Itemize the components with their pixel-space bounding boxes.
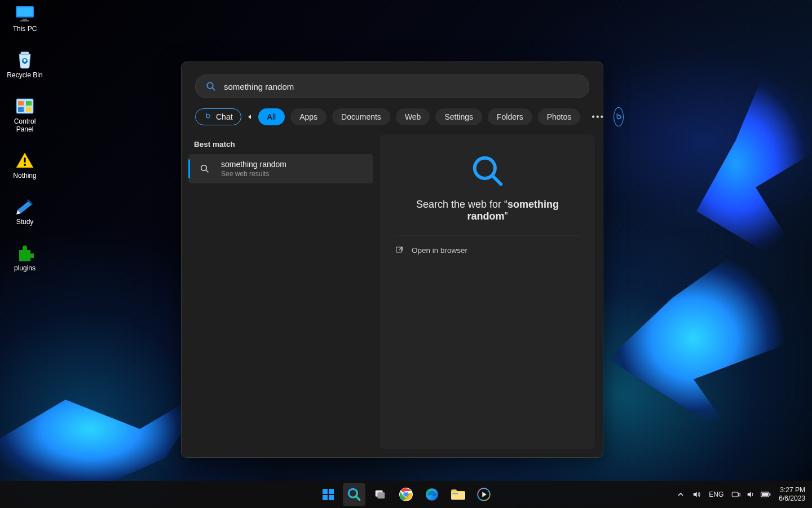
filter-settings[interactable]: Settings [435,108,482,125]
control-panel-icon [14,97,36,115]
svg-point-31 [404,493,408,497]
svg-rect-3 [20,20,29,21]
svg-line-18 [492,176,501,184]
svg-rect-23 [329,495,334,500]
desktop-icon-label: Recycle Bin [7,71,42,79]
svg-line-14 [212,87,215,90]
filter-label: Documents [341,112,381,121]
svg-rect-33 [451,492,465,500]
wallpaper-flame-decor [637,45,812,282]
wallpaper-flame-decor [586,237,801,440]
desktop-icon-label: This PC [13,25,37,33]
search-icon [196,160,213,177]
filter-web[interactable]: Web [396,108,430,125]
start-search-panel: Chat All Apps Documents Web Settings Fol… [181,62,603,458]
svg-rect-9 [18,107,24,112]
search-icon [470,154,505,189]
svg-line-16 [206,170,208,172]
desktop-icon-label: plugins [14,264,36,272]
svg-rect-22 [323,495,328,500]
svg-rect-34 [452,493,458,494]
filter-label: Folders [497,112,523,121]
result-title: something random [221,160,286,169]
svg-rect-36 [732,492,739,497]
result-subtitle: See web results [221,170,286,178]
search-input[interactable] [223,81,579,92]
svg-rect-4 [21,52,29,54]
search-results-column: Best match something random See web resu… [182,134,380,457]
desktop-icon-nothing[interactable]: Nothing [5,151,45,179]
clock-time: 3:27 PM [779,486,805,494]
svg-rect-37 [739,493,740,496]
taskbar-search-button[interactable] [343,483,365,506]
svg-rect-2 [23,19,27,20]
filter-label: All [267,112,276,121]
svg-rect-8 [26,101,32,106]
svg-rect-40 [770,493,771,496]
desktop-icon-this-pc[interactable]: This PC [5,5,45,33]
warning-icon [14,151,36,169]
taskbar-clock[interactable]: 3:27 PM 6/6/2023 [779,486,805,503]
desktop-icon-label: Nothing [13,172,36,179]
search-filters-row: Chat All Apps Documents Web Settings Fol… [182,98,603,134]
bing-icon [614,112,623,121]
volume-icon [746,490,755,499]
tray-chevron-up-icon[interactable] [677,491,684,498]
svg-rect-20 [323,489,328,494]
filter-documents[interactable]: Documents [332,108,390,125]
battery-icon [761,491,771,498]
taskbar-app-chrome[interactable] [395,483,417,506]
svg-point-12 [24,164,26,166]
taskbar-app-file-explorer[interactable] [447,483,469,506]
tray-quick-settings[interactable] [731,490,771,499]
more-filters-button[interactable]: ••• [592,112,604,122]
open-external-icon [395,246,404,255]
search-result-item[interactable]: something random See web results [188,154,373,183]
tray-volume-icon[interactable] [692,490,701,499]
bing-chat-icon [204,112,213,121]
svg-rect-27 [377,492,385,498]
task-view-button[interactable] [369,483,391,506]
svg-rect-11 [24,157,25,163]
puzzle-icon [14,244,36,262]
recycle-bin-icon [14,51,36,69]
bing-button[interactable] [614,107,624,126]
start-button[interactable] [317,483,339,506]
filter-apps[interactable]: Apps [290,108,326,125]
svg-rect-39 [762,493,768,496]
taskbar-app-media-player[interactable] [473,483,495,506]
desktop-icon-study[interactable]: Study [5,198,45,226]
open-in-browser-label: Open in browser [412,246,467,255]
desktop-icon-control-panel[interactable]: Control Panel [5,97,45,133]
taskbar-app-edge[interactable] [421,483,443,506]
chat-button[interactable]: Chat [195,108,241,125]
system-tray: ENG 3:27 PM 6/6/2023 [677,486,812,503]
svg-line-25 [356,496,360,500]
filters-scroll-left[interactable] [247,111,253,123]
search-bar[interactable] [195,75,589,98]
preview-prefix: Search the web for “ [416,199,508,210]
svg-rect-21 [329,489,334,494]
filter-folders[interactable]: Folders [488,108,532,125]
preview-suffix: ” [505,211,508,222]
svg-rect-10 [26,107,32,112]
svg-rect-19 [396,247,401,252]
filter-photos[interactable]: Photos [538,108,581,125]
desktop-icon-recycle-bin[interactable]: Recycle Bin [5,51,45,79]
monitor-icon [14,5,36,23]
notebook-icon [14,198,36,216]
open-in-browser-action[interactable]: Open in browser [391,235,584,265]
filter-label: Settings [444,112,473,121]
tray-language-label[interactable]: ENG [709,491,723,498]
preview-title: Search the web for “something random” [395,199,580,235]
desktop-icon-grid: This PC Recycle Bin Control Panel Nothin… [0,0,50,291]
network-icon [731,491,740,498]
taskbar: ENG 3:27 PM 6/6/2023 [0,481,812,508]
filter-all[interactable]: All [258,108,285,125]
desktop-icon-plugins[interactable]: plugins [5,244,45,272]
search-icon [206,81,216,91]
search-preview-pane: Search the web for “something random” Op… [380,134,595,449]
chat-label: Chat [216,112,233,121]
desktop-icon-label: Study [16,218,34,226]
clock-date: 6/6/2023 [779,494,805,503]
